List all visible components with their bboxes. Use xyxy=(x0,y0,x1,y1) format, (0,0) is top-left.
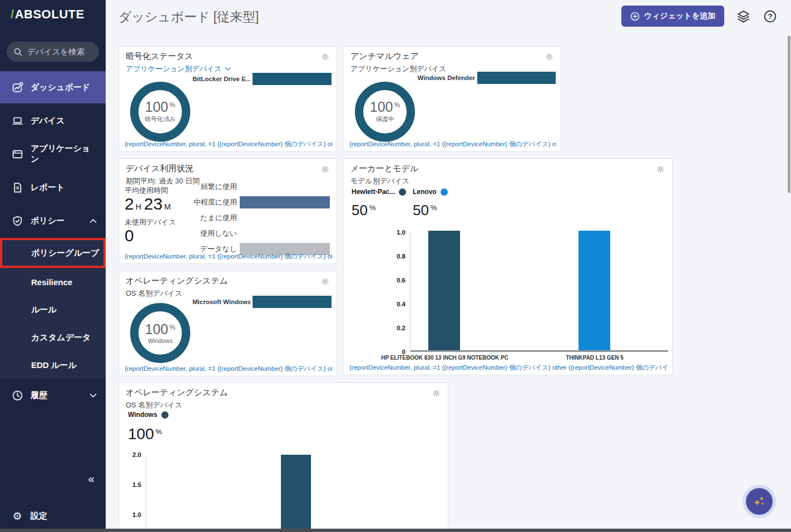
policy-submenu: ポリシーグループ Resilience ルール カスタムデータ EDD ルール xyxy=(0,238,106,379)
sidebar-item-dashboard[interactable]: ダッシュボード xyxy=(0,71,106,103)
legend-dot xyxy=(161,411,169,419)
sidebar-item-custom-data[interactable]: カスタムデータ xyxy=(0,324,106,351)
y-tick: 0.6 xyxy=(397,277,406,284)
widget-title: オペレーティングシステム xyxy=(126,387,228,398)
sidebar-item-reports[interactable]: レポート xyxy=(0,171,106,203)
bar-label: 頻繁に使用 xyxy=(152,182,237,192)
logo-slash-icon: / xyxy=(11,7,14,21)
widget-os-bar: オペレーティングシステム OS 名別デバイス Windows 100% 2.0 … xyxy=(118,382,448,532)
y-tick: 0.2 xyxy=(397,325,406,331)
widget-gear-icon[interactable] xyxy=(544,52,554,62)
bar-row: たまに使用 xyxy=(152,212,330,224)
ai-assistant-button[interactable] xyxy=(746,488,773,515)
shield-check-icon xyxy=(11,215,23,227)
scrollbar[interactable] xyxy=(787,34,791,532)
widget-footer-link[interactable]: {reportDeviceNumber, plural, =1 {{report… xyxy=(125,252,332,261)
absolute-logo: /ABSOLUTE xyxy=(11,7,85,22)
clock-icon xyxy=(11,389,23,401)
submenu-item-label: ポリシーグループ xyxy=(31,248,99,258)
bar xyxy=(579,231,610,350)
donut-chart: 100% Windows xyxy=(130,303,190,363)
sparkles-icon xyxy=(751,493,768,510)
legend-label: Windows xyxy=(128,411,157,419)
bar-label: たまに使用 xyxy=(152,213,237,223)
sidebar-item-rules[interactable]: ルール xyxy=(0,296,106,324)
plus-circle-icon xyxy=(630,12,640,21)
sidebar-item-devices[interactable]: デバイス xyxy=(0,105,106,137)
app-window-icon xyxy=(11,148,23,160)
widget-footer-link[interactable]: {reportDeviceNumber, plural, =1 {{report… xyxy=(349,140,556,148)
sidebar-collapse-button[interactable]: « xyxy=(88,473,95,484)
page-title: ダッシュボード [従来型] xyxy=(118,8,259,26)
legend-item: Windows 100% xyxy=(128,411,169,442)
main-content: ダッシュボード [従来型] ウィジェットを追加 ? 暗号化ステータス アプリケー… xyxy=(106,0,791,532)
widget-title: オペレーティングシステム xyxy=(126,276,228,286)
sidebar-item-resilience[interactable]: Resilience xyxy=(0,268,106,296)
widget-title: 暗号化ステータス xyxy=(126,51,193,62)
legend-dot xyxy=(399,188,406,196)
search-icon xyxy=(13,47,23,57)
widget-footer-link[interactable]: {reportDeviceNumber, plural, =1 {{report… xyxy=(125,140,332,148)
header-actions: ウィジェットを追加 ? xyxy=(621,6,778,27)
gear-icon: ⚙ xyxy=(11,510,23,522)
donut-chart: 100% 暗号化済み xyxy=(130,82,190,142)
submenu-item-label: EDD ルール xyxy=(31,360,77,371)
sidebar-item-label: 設定 xyxy=(31,511,95,521)
sidebar-item-label: デバイス xyxy=(31,116,97,126)
bar-label: Windows Defender xyxy=(417,74,475,81)
bar-row: 使用しない xyxy=(152,227,330,240)
widget-gear-icon[interactable] xyxy=(431,389,441,399)
bar-label: Microsoft Windows... xyxy=(192,299,250,305)
sidebar-item-history[interactable]: 履歴 xyxy=(0,379,106,411)
bar-chart: 1.0 0.8 0.6 0.4 0.2 0 HP ELITEBOOK 830 1… xyxy=(410,232,668,352)
layers-icon[interactable] xyxy=(735,8,751,24)
legend-item: Lenovo 50% xyxy=(413,188,448,217)
add-widget-button[interactable]: ウィジェットを追加 xyxy=(621,6,724,27)
x-tick-label: HP ELITEBOOK 830 13 INCH G9 NOTEBOOK PC xyxy=(381,355,508,361)
legend-percent: 50% xyxy=(413,203,448,217)
sidebar-item-label: ポリシー xyxy=(31,216,82,226)
widget-os-donut: オペレーティングシステム OS 名別デバイス 100% Windows Micr… xyxy=(118,271,337,376)
sidebar-item-settings[interactable]: ⚙ 設定 xyxy=(0,504,106,528)
sidebar-nav: ダッシュボード デバイス アプリケーション レポート ポリシー xyxy=(0,71,106,412)
bar xyxy=(281,455,311,532)
bar-label: 使用しない xyxy=(152,228,237,238)
search-input[interactable] xyxy=(27,47,92,56)
sidebar: /ABSOLUTE ダッシュボード デバイス アプリケーション xyxy=(0,0,106,532)
widget-footer-link[interactable]: {reportDeviceNumber, plural, =1 {{report… xyxy=(349,364,668,372)
sidebar-item-policy-groups[interactable]: ポリシーグループ xyxy=(0,238,106,268)
bar-row: Microsoft Windows... xyxy=(192,296,332,308)
widget-gear-icon[interactable] xyxy=(655,165,665,175)
sidebar-item-policies[interactable]: ポリシー xyxy=(0,205,106,237)
submenu-item-label: Resilience xyxy=(31,277,72,287)
widget-gear-icon[interactable] xyxy=(320,277,330,287)
bar-label: 中程度に使用 xyxy=(152,197,237,207)
widget-subtitle: モデル別デバイス xyxy=(350,176,409,186)
help-icon[interactable]: ? xyxy=(762,8,778,24)
donut-value: 100% xyxy=(145,322,175,336)
bar xyxy=(477,72,556,84)
bar-label: BitLocker Drive E... xyxy=(192,76,250,82)
sidebar-item-applications[interactable]: アプリケーション xyxy=(0,138,106,170)
donut-value: 100% xyxy=(145,100,175,114)
widget-gear-icon[interactable] xyxy=(320,52,330,62)
widget-title: メーカーとモデル xyxy=(350,163,418,174)
y-tick: 2.0 xyxy=(132,451,141,458)
sidebar-item-label: レポート xyxy=(31,182,97,193)
bar-row: 中程度に使用 xyxy=(152,196,330,208)
report-document-icon xyxy=(11,181,23,193)
widget-gear-icon[interactable] xyxy=(320,165,330,175)
chevron-down-icon xyxy=(90,393,97,398)
legend-item: Hewlett-Pac... 50% xyxy=(352,188,406,217)
x-tick-label: THINKPAD L13 GEN 5 xyxy=(566,355,624,361)
scrollbar-thumb[interactable] xyxy=(788,36,790,193)
widget-footer-link[interactable]: {reportDeviceNumber, plural, =1 {{report… xyxy=(125,365,332,373)
widget-maker-model: メーカーとモデル モデル別デバイス Hewlett-Pac... 50% Len… xyxy=(343,158,673,375)
chevron-down-icon xyxy=(225,67,231,71)
device-search[interactable] xyxy=(7,42,99,62)
submenu-item-label: ルール xyxy=(31,305,57,315)
widget-encryption-status: 暗号化ステータス アプリケーション別デバイス 100% 暗号化済み BitLoc… xyxy=(118,46,337,152)
sidebar-item-edd-rules[interactable]: EDD ルール xyxy=(0,351,106,379)
sidebar-item-label: ダッシュボード xyxy=(31,82,97,93)
unused-devices-value: 0 xyxy=(125,227,134,244)
